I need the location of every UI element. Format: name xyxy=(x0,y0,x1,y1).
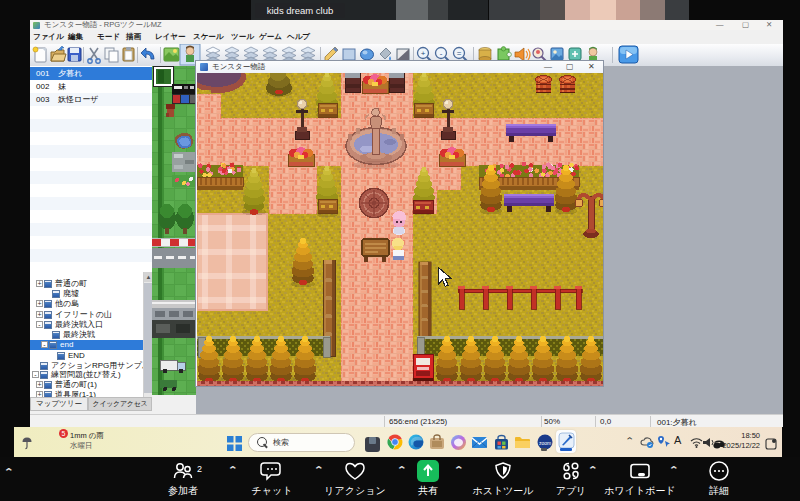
svg-text:-: - xyxy=(440,49,443,58)
svg-text:zoom: zoom xyxy=(539,440,551,446)
svg-text:+: + xyxy=(421,49,426,58)
svg-text:=: = xyxy=(457,49,462,58)
